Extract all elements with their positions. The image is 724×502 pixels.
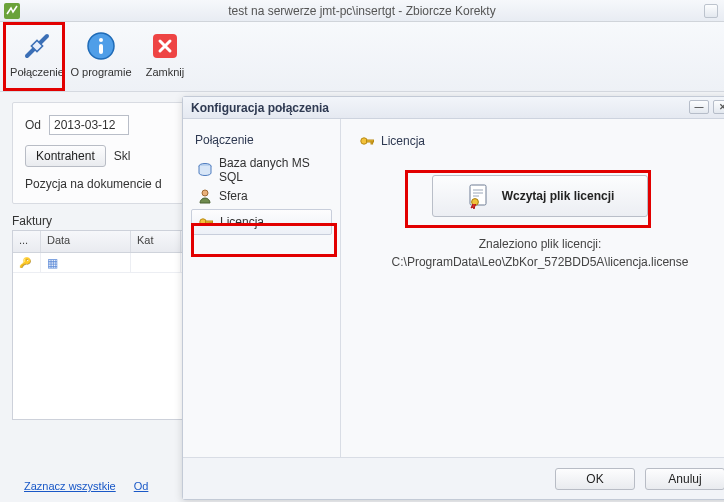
grid-col-sel[interactable]: ... — [13, 231, 41, 252]
dialog-title-text: Konfiguracja połączenia — [191, 101, 329, 115]
nav-item-sfera-label: Sfera — [219, 189, 248, 203]
license-found-text: Znaleziono plik licencji: C:\ProgramData… — [392, 235, 689, 271]
config-dialog: Konfiguracja połączenia — ✕ Połączenie B… — [182, 96, 724, 500]
toolbar-close-label: Zamknij — [146, 66, 185, 78]
dialog-minimize-button[interactable]: — — [689, 100, 709, 114]
skl-label: Skl — [114, 149, 131, 163]
dialog-close-button[interactable]: ✕ — [713, 100, 724, 114]
svg-point-3 — [99, 38, 103, 42]
svg-rect-4 — [99, 44, 103, 54]
pane-title-text: Licencja — [381, 134, 425, 148]
info-icon — [85, 30, 117, 62]
plug-icon — [21, 30, 53, 62]
key-icon — [359, 133, 375, 149]
svg-point-7 — [202, 190, 208, 196]
docpos-label: Pozycja na dokumencie d — [25, 177, 162, 191]
license-path: C:\ProgramData\Leo\ZbKor_572BDD5A\licenc… — [392, 253, 689, 271]
main-title-text: test na serwerze jmt-pc\insertgt - Zbior… — [228, 4, 495, 18]
nav-item-db-label: Baza danych MS SQL — [219, 156, 326, 184]
svg-rect-13 — [371, 142, 373, 144]
nav-item-licencja-label: Licencja — [220, 215, 264, 229]
app-icon — [4, 3, 20, 19]
svg-rect-10 — [210, 223, 212, 225]
database-icon — [197, 162, 213, 178]
main-titlebar: test na serwerze jmt-pc\insertgt - Zbior… — [0, 0, 724, 22]
select-all-link[interactable]: Zaznacz wszystkie — [24, 480, 116, 492]
from-label: Od — [25, 118, 41, 132]
kontrahent-button[interactable]: Kontrahent — [25, 145, 106, 167]
dialog-button-bar: OK Anuluj — [183, 457, 724, 499]
nav-item-db[interactable]: Baza danych MS SQL — [191, 157, 332, 183]
pane-title: Licencja — [359, 133, 425, 149]
license-found-label: Znaleziono plik licencji: — [392, 235, 689, 253]
license-file-icon — [466, 183, 492, 209]
nav-item-sfera[interactable]: Sfera — [191, 183, 332, 209]
nav-item-licencja[interactable]: Licencja — [191, 209, 332, 235]
person-icon — [197, 188, 213, 204]
grid-col-kat[interactable]: Kat — [131, 231, 181, 252]
main-window: test na serwerze jmt-pc\insertgt - Zbior… — [0, 0, 724, 502]
toolbar-about[interactable]: O programie — [70, 26, 132, 91]
key-icon — [198, 214, 214, 230]
toolbar-connect-label: Połączenie — [10, 66, 64, 78]
grid-col-data[interactable]: Data — [41, 231, 131, 252]
close-icon — [149, 30, 181, 62]
dialog-pane: Licencja Wczytaj plik licencji Znalezion… — [341, 119, 724, 457]
ok-button[interactable]: OK — [555, 468, 635, 490]
nav-header: Połączenie — [191, 133, 332, 147]
load-license-label: Wczytaj plik licencji — [502, 189, 615, 203]
dialog-titlebar: Konfiguracja połączenia — ✕ — [183, 97, 724, 119]
toolbar-about-label: O programie — [70, 66, 131, 78]
cancel-button[interactable]: Anuluj — [645, 468, 724, 490]
bottom-links: Zaznacz wszystkie Od — [24, 480, 148, 492]
from-date-input[interactable]: 2013-03-12 — [49, 115, 129, 135]
filter-icon: 🔑 — [19, 257, 31, 268]
minimize-button[interactable] — [704, 4, 718, 18]
toolbar-close[interactable]: Zamknij — [134, 26, 196, 91]
toolbar-connect[interactable]: Połączenie — [6, 26, 68, 91]
filter-box-icon: ▦ — [47, 256, 58, 270]
dialog-nav: Połączenie Baza danych MS SQL Sfera Lice… — [183, 119, 341, 457]
main-toolbar: Połączenie O programie Zamknij — [0, 22, 724, 92]
odz-link[interactable]: Od — [134, 480, 149, 492]
load-license-button[interactable]: Wczytaj plik licencji — [432, 175, 648, 217]
